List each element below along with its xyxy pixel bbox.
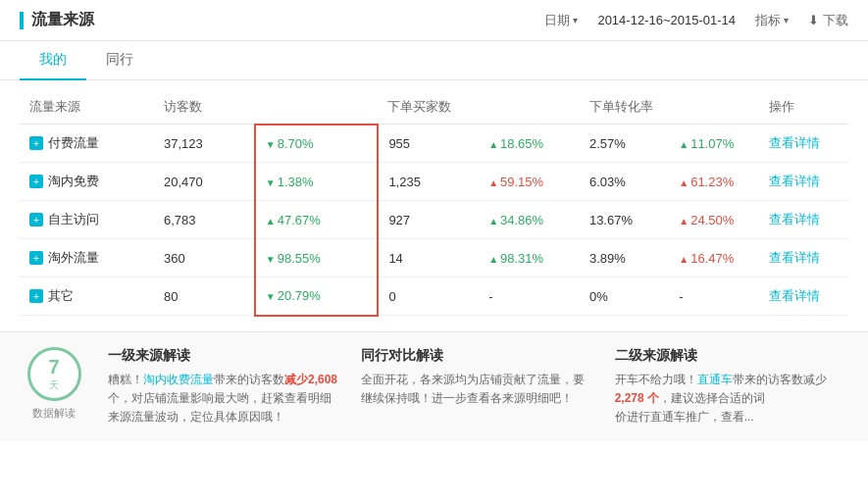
conv-trend-val-0: 11.07% (679, 136, 748, 151)
col-header-visitors: 访客数 (154, 90, 255, 125)
trend-val-0: 8.70% (266, 136, 368, 151)
action-link-2[interactable]: 查看详情 (769, 212, 820, 226)
table-row: +自主访问6,78347.67%92734.86%13.67%24.50%查看详… (20, 201, 848, 239)
cell-action-2[interactable]: 查看详情 (759, 201, 848, 239)
cell-visitors-2: 6,783 (154, 201, 255, 239)
cell-visitors-1: 20,470 (154, 163, 255, 201)
tab-peers[interactable]: 同行 (86, 41, 153, 80)
trend-arrow-1 (266, 175, 276, 189)
buyers-trend-val-3: 98.31% (488, 251, 570, 266)
cell-source-0: +付费流量 (20, 125, 154, 163)
cell-action-4[interactable]: 查看详情 (759, 277, 848, 316)
expand-icon-2[interactable]: + (29, 213, 43, 226)
source-name-0: 付费流量 (48, 134, 99, 152)
insight-title-0: 一级来源解读 (108, 347, 341, 365)
insight-highlight-2: 2,278 个 (615, 391, 659, 405)
expand-icon-4[interactable]: + (29, 289, 43, 303)
cell-source-1: +淘内免费 (20, 163, 154, 201)
buyers-trend-val-1: 59.15% (488, 175, 570, 189)
days-number: 7 (48, 355, 59, 378)
source-name-4: 其它 (48, 287, 74, 305)
main-container: 流量来源 日期 2014-12-16~2015-01-14 指标 ⬇ 下载 我的… (0, 0, 868, 503)
conv-arrow-3 (679, 251, 689, 266)
insight-block-2: 二级来源解读 开车不给力哦！直通车带来的访客数减少2,278 个，建议选择合适的… (615, 347, 848, 428)
action-link-1[interactable]: 查看详情 (769, 174, 820, 188)
table-row: +淘内免费20,4701.38%1,23559.15%6.03%61.23%查看… (20, 163, 848, 201)
insight-title-1: 同行对比解读 (361, 347, 594, 365)
cell-visitors-trend-1: 1.38% (255, 163, 379, 201)
col-header-buyers-trend (479, 90, 580, 125)
cell-conv-4: 0% (580, 277, 669, 316)
cell-action-0[interactable]: 查看详情 (759, 125, 848, 163)
cell-buyers-trend-4: - (479, 277, 580, 316)
tab-bar: 我的 同行 (0, 41, 868, 80)
insight-block-0: 一级来源解读 糟糕！淘内收费流量带来的访客数减少2,608个，对店铺流量影响最大… (108, 347, 341, 428)
cell-action-1[interactable]: 查看详情 (759, 163, 848, 201)
table-row: +付费流量37,1238.70%95518.65%2.57%11.07%查看详情 (20, 125, 848, 163)
cell-source-3: +淘外流量 (20, 239, 154, 277)
tab-mine[interactable]: 我的 (20, 41, 86, 80)
header: 流量来源 日期 2014-12-16~2015-01-14 指标 ⬇ 下载 (0, 0, 868, 41)
conv-arrow-0 (679, 136, 689, 151)
action-link-3[interactable]: 查看详情 (769, 250, 820, 265)
cell-conv-1: 6.03% (580, 163, 669, 201)
table-row: +其它8020.79%0-0%-查看详情 (20, 277, 848, 316)
col-header-action: 操作 (759, 90, 848, 125)
buyers-arrow-2 (488, 213, 498, 227)
cell-conv-trend-0: 11.07% (669, 125, 758, 163)
cell-conv-3: 3.89% (580, 239, 669, 277)
date-label: 日期 (544, 12, 570, 29)
cell-buyers-3: 14 (378, 239, 479, 277)
conv-trend-val-2: 24.50% (679, 213, 748, 227)
download-button[interactable]: ⬇ 下载 (808, 12, 848, 29)
buyers-trend-val-0: 18.65% (488, 136, 570, 151)
col-header-visitors-trend (255, 90, 379, 125)
cell-visitors-trend-2: 47.67% (255, 201, 379, 239)
trend-val-3: 98.55% (266, 251, 368, 266)
expand-icon-1[interactable]: + (29, 175, 43, 188)
conv-trend-val-3: 16.47% (679, 251, 748, 266)
bottom-insights: 7 天 数据解读 一级来源解读 糟糕！淘内收费流量带来的访客数减少2,608个，… (0, 331, 868, 442)
expand-icon-0[interactable]: + (29, 136, 43, 150)
buyers-arrow-0 (488, 136, 498, 151)
action-link-0[interactable]: 查看详情 (769, 135, 820, 150)
cell-buyers-trend-3: 98.31% (479, 239, 580, 277)
insight-text-1: 全面开花，各来源均为店铺贡献了流量，要继续保持哦！进一步查看各来源明细吧！ (361, 371, 594, 408)
days-label: 数据解读 (32, 406, 76, 421)
cell-buyers-0: 955 (378, 125, 479, 163)
table-row: +淘外流量36098.55%1498.31%3.89%16.47%查看详情 (20, 239, 848, 277)
col-header-conv: 下单转化率 (580, 90, 669, 125)
expand-icon-3[interactable]: + (29, 251, 43, 265)
indicator-dropdown[interactable]: 指标 (755, 12, 789, 29)
trend-arrow-4 (266, 288, 276, 303)
date-range: 2014-12-16~2015-01-14 (597, 13, 736, 27)
data-table-section: 流量来源 访客数 下单买家数 下单转化率 操作 +付费流量37,1238.70%… (0, 80, 868, 327)
cell-buyers-1: 1,235 (378, 163, 479, 201)
conv-arrow-2 (679, 213, 689, 227)
download-icon: ⬇ (808, 13, 819, 27)
cell-buyers-2: 927 (378, 201, 479, 239)
date-dropdown[interactable]: 日期 (544, 12, 578, 29)
cell-action-3[interactable]: 查看详情 (759, 239, 848, 277)
cell-visitors-3: 360 (154, 239, 255, 277)
table-header-row: 流量来源 访客数 下单买家数 下单转化率 操作 (20, 90, 848, 125)
trend-val-1: 1.38% (266, 175, 368, 189)
insight-link-2[interactable]: 直通车 (697, 373, 733, 386)
cell-conv-trend-3: 16.47% (669, 239, 758, 277)
cell-visitors-0: 37,123 (154, 125, 255, 163)
buyers-arrow-3 (488, 251, 498, 266)
buyers-trend-val-2: 34.86% (488, 213, 570, 227)
cell-conv-trend-2: 24.50% (669, 201, 758, 239)
cell-visitors-4: 80 (154, 277, 255, 316)
buyers-arrow-1 (488, 175, 498, 189)
action-link-4[interactable]: 查看详情 (769, 288, 820, 303)
trend-arrow-2 (266, 213, 276, 227)
col-header-source: 流量来源 (20, 90, 154, 125)
insight-link-0[interactable]: 淘内收费流量 (143, 373, 214, 386)
table-body: +付费流量37,1238.70%95518.65%2.57%11.07%查看详情… (20, 125, 848, 316)
source-name-1: 淘内免费 (48, 173, 99, 190)
trend-arrow-3 (266, 251, 276, 266)
cell-buyers-trend-1: 59.15% (479, 163, 580, 201)
source-name-3: 淘外流量 (48, 249, 99, 267)
cell-conv-0: 2.57% (580, 125, 669, 163)
